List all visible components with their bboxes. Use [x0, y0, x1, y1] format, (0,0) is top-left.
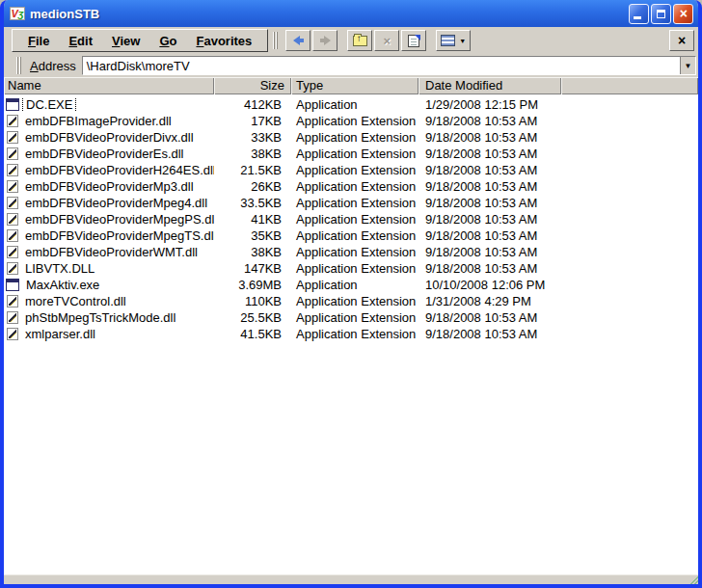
address-value[interactable]: \HardDisk\moreTV [83, 59, 680, 73]
file-date: 9/18/2008 10:53 AM [418, 130, 561, 145]
column-header-type[interactable]: Type [291, 77, 418, 94]
file-row[interactable]: embDFBVideoProviderMpegTS.dll 35KB Appli… [4, 227, 698, 244]
minimize-button[interactable] [629, 4, 649, 24]
file-type: Application [291, 278, 418, 292]
maximize-button[interactable] [651, 4, 671, 24]
file-name[interactable]: embDFBVideoProviderMp3.dll [22, 179, 197, 194]
toolbar-gripper[interactable] [273, 32, 280, 49]
back-arrow-icon [293, 36, 304, 45]
back-button[interactable] [285, 30, 310, 51]
file-date: 9/18/2008 10:53 AM [418, 163, 561, 177]
file-date: 9/18/2008 10:53 AM [418, 147, 561, 161]
file-row[interactable]: embDFBVideoProviderEs.dll 38KB Applicati… [4, 146, 698, 162]
file-name[interactable]: embDFBImageProvider.dll [22, 114, 175, 128]
file-row[interactable]: xmlparser.dll 41.5KB Application Extensi… [4, 326, 698, 342]
address-dropdown-button[interactable]: ▼ [680, 57, 695, 74]
views-grid-icon [441, 35, 455, 46]
address-bar: Address \HardDisk\moreTV ▼ [4, 54, 698, 77]
file-size: 33.5KB [214, 196, 291, 210]
column-header-size[interactable]: Size [214, 77, 291, 94]
close-button[interactable]: × [673, 4, 693, 24]
file-row[interactable]: embDFBVideoProviderMp3.dll 26KB Applicat… [4, 178, 698, 195]
dll-icon [7, 328, 18, 340]
file-date: 10/10/2008 12:06 PM [418, 278, 561, 292]
properties-button[interactable] [401, 30, 426, 51]
file-name[interactable]: LIBVTX.DLL [22, 261, 97, 276]
views-dropdown-icon: ▼ [459, 38, 466, 44]
dll-icon [7, 229, 18, 242]
dll-icon [7, 311, 18, 324]
folder-up-icon: ↑ [353, 36, 367, 46]
file-row[interactable]: moreTVControl.dll 110KB Application Exte… [4, 293, 698, 309]
file-type: Application Extension [291, 294, 418, 308]
file-date: 9/18/2008 10:53 AM [418, 179, 561, 194]
file-row[interactable]: embDFBVideoProviderWMT.dll 38KB Applicat… [4, 244, 698, 260]
file-row[interactable]: MaxAktiv.exe 3.69MB Application 10/10/20… [4, 277, 698, 293]
titlebar[interactable]: Vʒ medionSTB × [4, 0, 698, 27]
file-type: Application Extension [291, 245, 418, 259]
file-name[interactable]: embDFBVideoProviderEs.dll [22, 147, 187, 161]
file-name[interactable]: DC.EXE [23, 97, 75, 112]
dll-icon [7, 180, 18, 193]
file-size: 41.5KB [214, 327, 291, 341]
file-size: 41KB [214, 212, 291, 227]
file-date: 1/31/2008 4:29 PM [418, 294, 561, 308]
file-date: 9/18/2008 10:53 AM [418, 261, 561, 276]
window-title: medionSTB [30, 7, 627, 21]
file-type: Application Extension [291, 179, 418, 194]
file-type: Application Extension [291, 212, 418, 227]
up-one-level-button[interactable]: ↑ [347, 30, 372, 51]
column-header-name[interactable]: Name [4, 77, 214, 94]
file-row[interactable]: LIBVTX.DLL 147KB Application Extension 9… [4, 260, 698, 277]
delete-button[interactable]: × [374, 30, 399, 51]
close-pane-button[interactable]: × [669, 30, 694, 51]
file-date: 9/18/2008 10:53 AM [418, 114, 561, 128]
address-gripper[interactable] [16, 57, 23, 74]
horizontal-scrollbar[interactable] [4, 575, 698, 584]
file-row[interactable]: embDFBVideoProviderMpeg4.dll 33.5KB Appl… [4, 195, 698, 211]
file-row[interactable]: embDFBVideoProviderDivx.dll 33KB Applica… [4, 129, 698, 146]
forward-button[interactable] [312, 30, 338, 51]
dll-icon [7, 131, 18, 144]
dll-icon [7, 164, 18, 176]
file-type: Application Extension [291, 147, 418, 161]
file-name[interactable]: moreTVControl.dll [22, 294, 129, 308]
views-button[interactable]: ▼ [436, 30, 471, 51]
file-name[interactable]: embDFBVideoProviderH264ES.dll [22, 163, 214, 177]
file-type: Application Extension [291, 163, 418, 177]
menu-favorites[interactable]: Favorites [186, 32, 261, 50]
file-list: DC.EXE 412KB Application 1/29/2008 12:15… [4, 94, 698, 575]
file-date: 9/18/2008 10:53 AM [418, 310, 561, 325]
column-header-date-modified[interactable]: Date Modified [418, 77, 561, 94]
file-row[interactable]: DC.EXE 412KB Application 1/29/2008 12:15… [4, 96, 698, 113]
file-size: 25.5KB [214, 310, 291, 325]
column-header-row: Name Size Type Date Modified [4, 77, 698, 94]
menu-edit[interactable]: Edit [59, 32, 102, 50]
file-date: 9/18/2008 10:53 AM [418, 245, 561, 259]
file-name[interactable]: embDFBVideoProviderMpeg4.dll [22, 196, 210, 210]
file-size: 38KB [214, 245, 291, 259]
file-name[interactable]: embDFBVideoProviderMpegTS.dll [22, 228, 214, 243]
file-date: 1/29/2008 12:15 PM [418, 97, 561, 112]
menu-file[interactable]: File [18, 32, 59, 50]
menu-go[interactable]: Go [149, 32, 186, 50]
file-name[interactable]: xmlparser.dll [22, 327, 98, 341]
resize-grip[interactable] [688, 575, 698, 584]
file-type: Application Extension [291, 114, 418, 128]
file-name[interactable]: embDFBVideoProviderDivx.dll [22, 130, 197, 145]
dropdown-arrow-icon: ▼ [685, 62, 692, 70]
file-row[interactable]: phStbMpegTsTrickMode.dll 25.5KB Applicat… [4, 309, 698, 326]
menu-view[interactable]: View [102, 32, 149, 50]
file-type: Application [291, 97, 418, 112]
file-size: 17KB [214, 114, 291, 128]
file-name[interactable]: MaxAktiv.exe [23, 278, 102, 292]
file-row[interactable]: embDFBVideoProviderMpegPS.dll 41KB Appli… [4, 211, 698, 227]
dll-icon [7, 197, 18, 209]
file-name[interactable]: embDFBVideoProviderWMT.dll [22, 245, 201, 259]
file-row[interactable]: embDFBVideoProviderH264ES.dll 21.5KB App… [4, 162, 698, 178]
address-input[interactable]: \HardDisk\moreTV ▼ [82, 56, 696, 75]
file-name[interactable]: embDFBVideoProviderMpegPS.dll [22, 212, 214, 227]
app-logo-icon[interactable]: Vʒ [10, 7, 25, 20]
file-name[interactable]: phStbMpegTsTrickMode.dll [22, 310, 178, 325]
file-row[interactable]: embDFBImageProvider.dll 17KB Application… [4, 113, 698, 129]
